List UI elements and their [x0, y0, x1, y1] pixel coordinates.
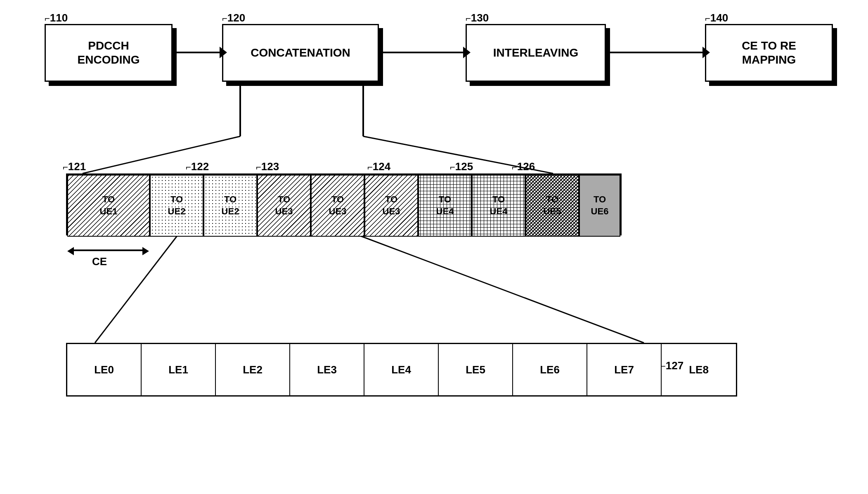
seg-ue4b: TOUE4	[472, 175, 525, 237]
concat-bar: TOUE1 TOUE2 TOUE2 TOUE3 TOUE3 TOUE3 TOUE…	[66, 173, 622, 235]
ref-127: ⌐127	[660, 359, 684, 372]
arrow-3	[606, 52, 705, 53]
seg-ue4a: TOUE4	[418, 175, 472, 237]
le-bar: LE0 LE1 LE2 LE3 LE4 LE5 LE6 LE7 LE8	[66, 343, 737, 397]
le-cell-0: LE0	[67, 344, 142, 395]
ref-130: ⌐130	[466, 12, 489, 24]
ref-125: ⌐125	[450, 160, 473, 173]
svg-line-0	[83, 136, 240, 173]
ref-140: ⌐140	[705, 12, 728, 24]
seg-ue2b: TOUE2	[203, 175, 257, 237]
ref-110: ⌐110	[45, 12, 68, 24]
concatenation-box: CONCATENATION	[222, 24, 379, 82]
ref-123: ⌐123	[256, 160, 279, 173]
seg-ue5: TOUE5	[525, 175, 579, 237]
arrow-2-head	[463, 47, 471, 58]
pdcch-encoding-box: PDCCH ENCODING	[45, 24, 173, 82]
seg-ue3b: TOUE3	[311, 175, 364, 237]
ce-label: CE	[92, 255, 107, 268]
seg-ue6: TOUE6	[579, 175, 620, 237]
ref-126: ⌐126	[512, 160, 535, 173]
arrow-1-head	[220, 47, 227, 58]
interleaving-box: INTERLEAVING	[466, 24, 606, 82]
seg-ue3a: TOUE3	[257, 175, 311, 237]
svg-line-2	[95, 235, 177, 343]
seg-ue3c: TOUE3	[364, 175, 418, 237]
expand-left-line	[239, 82, 241, 136]
le-cell-3: LE3	[290, 344, 364, 395]
le-cell-1: LE1	[142, 344, 216, 395]
ce-to-re-mapping-box: CE TO RE MAPPING	[705, 24, 833, 82]
le-cell-4: LE4	[364, 344, 439, 395]
expand-right-line	[362, 82, 364, 136]
ref-120: ⌐120	[222, 12, 245, 24]
le-cell-5: LE5	[439, 344, 513, 395]
le-cell-2: LE2	[216, 344, 290, 395]
ref-121: ⌐121	[63, 160, 86, 173]
le-cell-6: LE6	[513, 344, 587, 395]
ref-124: ⌐124	[367, 160, 390, 173]
ref-122: ⌐122	[186, 160, 209, 173]
arrow-2	[379, 52, 466, 53]
svg-line-3	[359, 235, 644, 343]
diagram: PDCCH ENCODING CONCATENATION INTERLEAVIN…	[0, 0, 868, 494]
seg-ue1: TOUE1	[67, 175, 150, 237]
seg-ue2a: TOUE2	[150, 175, 203, 237]
arrow-3-head	[702, 47, 710, 58]
le-cell-7: LE7	[587, 344, 662, 395]
arrow-1	[173, 52, 222, 53]
